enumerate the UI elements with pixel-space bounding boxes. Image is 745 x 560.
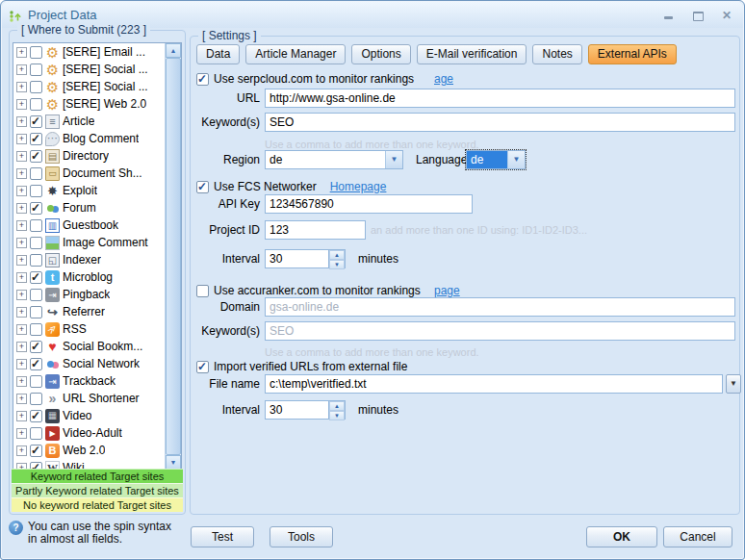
- tree-item-directory[interactable]: Directory: [13, 147, 166, 165]
- file-dropdown-button[interactable]: ▼: [726, 374, 741, 394]
- serpcloud-page-link[interactable]: age: [434, 72, 453, 86]
- tree-item-checkbox[interactable]: [30, 323, 42, 336]
- spin-down-icon[interactable]: ▼: [329, 411, 345, 420]
- tree-item-checkbox[interactable]: [30, 167, 42, 180]
- tree-item-checkbox[interactable]: [30, 271, 42, 284]
- api-key-input[interactable]: 1234567890: [265, 194, 473, 214]
- chevron-down-icon[interactable]: ▼: [507, 151, 525, 168]
- tree-item-blog-comment[interactable]: Blog Comment: [13, 130, 166, 147]
- import-verified-checkbox[interactable]: [196, 361, 209, 373]
- tree-item-pingback[interactable]: Pingback: [13, 286, 166, 303]
- expand-icon[interactable]: [16, 203, 27, 214]
- tree-item-checkbox[interactable]: [30, 358, 42, 370]
- tree-item-sere-social[interactable]: [SERE] Social ...: [13, 61, 166, 78]
- tree-item-video-adult[interactable]: Video-Adult: [13, 424, 166, 442]
- file-name-input[interactable]: c:\temp\veritfied.txt: [265, 374, 723, 394]
- expand-icon[interactable]: [16, 307, 27, 318]
- tree-item-checkbox[interactable]: [30, 341, 42, 353]
- tree-item-checkbox[interactable]: [30, 427, 42, 440]
- tree-item-social-network[interactable]: Social Network: [13, 355, 166, 372]
- tab-e-mail-verification[interactable]: E-Mail verification: [417, 44, 527, 64]
- tab-data[interactable]: Data: [196, 44, 240, 64]
- tree-item-checkbox[interactable]: [30, 375, 42, 388]
- use-accuranker-checkbox[interactable]: [196, 285, 209, 297]
- expand-icon[interactable]: [16, 359, 27, 369]
- import-interval-stepper[interactable]: ▲▼: [329, 400, 346, 420]
- chevron-down-icon[interactable]: ▼: [385, 151, 402, 168]
- tree-item-trackback[interactable]: Trackback: [13, 372, 166, 390]
- expand-icon[interactable]: [16, 411, 27, 421]
- expand-icon[interactable]: [16, 394, 27, 404]
- import-interval-input[interactable]: 30: [265, 400, 329, 420]
- fcs-homepage-link[interactable]: Homepage: [330, 180, 387, 193]
- expand-icon[interactable]: [16, 47, 27, 58]
- tree-item-checkbox[interactable]: [30, 64, 42, 76]
- expand-icon[interactable]: [16, 290, 27, 300]
- tree-item-rss[interactable]: RSS: [13, 320, 166, 338]
- tools-button[interactable]: Tools: [270, 526, 333, 547]
- spin-up-icon[interactable]: ▲: [329, 401, 345, 411]
- tab-article-manager[interactable]: Article Manager: [245, 44, 346, 64]
- use-fcs-checkbox[interactable]: [196, 181, 209, 193]
- use-serpcloud-checkbox[interactable]: [196, 73, 209, 86]
- expand-icon[interactable]: [16, 272, 27, 283]
- tab-notes[interactable]: Notes: [532, 44, 581, 64]
- expand-icon[interactable]: [16, 64, 27, 75]
- expand-icon[interactable]: [16, 99, 27, 110]
- tree-item-microblog[interactable]: Microblog: [13, 268, 166, 286]
- tree-item-checkbox[interactable]: [30, 115, 42, 128]
- tree-item-checkbox[interactable]: [30, 202, 42, 215]
- expand-icon[interactable]: [16, 342, 27, 352]
- tree-item-checkbox[interactable]: [30, 445, 42, 457]
- tree-item-web-2-0[interactable]: Web 2.0: [13, 442, 166, 459]
- keywords-input[interactable]: SEO: [265, 113, 735, 132]
- tree-item-checkbox[interactable]: [30, 306, 42, 318]
- tree-item-article[interactable]: Article: [13, 113, 166, 130]
- tree-item-referrer[interactable]: Referrer: [13, 303, 166, 320]
- ok-button[interactable]: OK: [586, 526, 657, 547]
- tree-item-sere-social[interactable]: [SERE] Social ...: [13, 78, 166, 95]
- tree-item-sere-web-2-0[interactable]: [SERE] Web 2.0: [13, 95, 166, 113]
- language-select[interactable]: de ▼: [466, 150, 526, 169]
- minimize-button[interactable]: [662, 9, 676, 22]
- expand-icon[interactable]: [16, 134, 27, 144]
- expand-icon[interactable]: [16, 82, 27, 92]
- accuranker-page-link[interactable]: page: [434, 284, 460, 297]
- tree-item-checkbox[interactable]: [30, 133, 42, 145]
- tree-item-forum[interactable]: Forum: [13, 199, 166, 216]
- tree-item-checkbox[interactable]: [30, 150, 42, 163]
- fcs-interval-input[interactable]: 30: [265, 249, 329, 268]
- tree-item-exploit[interactable]: Exploit: [13, 182, 166, 199]
- tree-item-checkbox[interactable]: [30, 410, 42, 422]
- tab-options[interactable]: Options: [351, 44, 410, 64]
- cancel-button[interactable]: Cancel: [663, 526, 732, 547]
- scroll-up-icon[interactable]: ▲: [166, 43, 181, 58]
- tree-item-sere-email[interactable]: [SERE] Email ...: [13, 43, 166, 61]
- expand-icon[interactable]: [16, 324, 27, 335]
- expand-icon[interactable]: [16, 255, 27, 266]
- expand-icon[interactable]: [16, 151, 27, 162]
- tree-item-document-sh[interactable]: Document Sh...: [13, 165, 166, 182]
- tree-item-checkbox[interactable]: [30, 185, 42, 197]
- close-button[interactable]: ✕: [720, 9, 733, 22]
- scrollbar-thumb[interactable]: [166, 58, 181, 455]
- expand-icon[interactable]: [16, 376, 27, 387]
- test-button[interactable]: Test: [191, 526, 254, 547]
- tree-item-checkbox[interactable]: [30, 393, 42, 405]
- spin-up-icon[interactable]: ▲: [329, 250, 345, 260]
- tree-item-url-shortener[interactable]: URL Shortener: [13, 390, 166, 407]
- tree-item-checkbox[interactable]: [30, 219, 42, 232]
- domain-input[interactable]: gsa-online.de: [265, 297, 735, 317]
- tab-external-apis[interactable]: External APIs: [588, 44, 677, 64]
- expand-icon[interactable]: [16, 428, 27, 439]
- tree-item-image-comment[interactable]: Image Comment: [13, 234, 166, 251]
- tree-item-social-bookm[interactable]: Social Bookm...: [13, 338, 166, 355]
- fcs-interval-stepper[interactable]: ▲▼: [329, 249, 346, 268]
- keywords2-input[interactable]: SEO: [265, 321, 735, 341]
- url-input[interactable]: http://www.gsa-online.de: [265, 89, 735, 108]
- expand-icon[interactable]: [16, 168, 27, 179]
- tree-item-checkbox[interactable]: [30, 289, 42, 301]
- tree-scrollbar[interactable]: ▲ ▼: [165, 43, 181, 470]
- expand-icon[interactable]: [16, 220, 27, 231]
- maximize-button[interactable]: [691, 9, 705, 22]
